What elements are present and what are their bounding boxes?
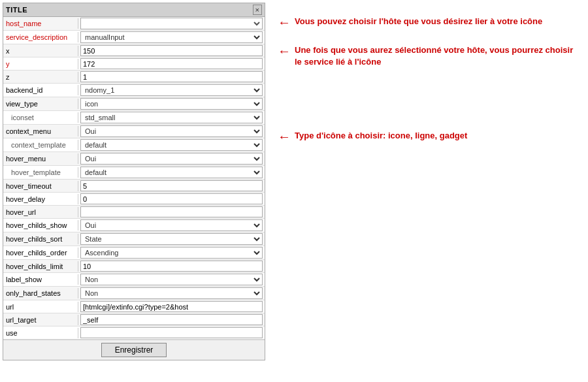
row-label: context_menu (3, 126, 78, 136)
row-select-host_name[interactable] (80, 18, 263, 29)
row-input-hover_timeout[interactable] (80, 180, 263, 191)
table-row: service_descriptionmanualInput (3, 31, 265, 44)
table-row: context_templatedefault (3, 138, 265, 152)
row-input-url[interactable] (80, 301, 263, 312)
table-row: hover_childs_limit (3, 260, 265, 273)
table-row: hover_menuOui (3, 152, 265, 166)
row-label: iconset (3, 112, 78, 123)
row-label: view_type (3, 99, 78, 109)
row-label: label_show (3, 274, 78, 285)
table-header: TITLE × (3, 3, 265, 17)
row-select-only_hard_states[interactable]: Non (80, 287, 263, 299)
row-label: service_description (3, 32, 78, 42)
row-select-label_show[interactable]: Non (80, 274, 263, 285)
arrow-icon-3: ← (278, 130, 291, 143)
close-button[interactable]: × (253, 5, 262, 15)
row-value-cell: std_small (78, 111, 265, 124)
row-select-hover_childs_show[interactable]: Oui (80, 219, 263, 231)
row-select-context_menu[interactable]: Oui (80, 125, 263, 137)
annotation-1: ← Vous pouvez choisir l'hôte que vous dé… (278, 16, 578, 29)
row-label: url (3, 302, 78, 312)
properties-table: TITLE × host_nameservice_descriptionmanu… (3, 3, 265, 360)
table-row: backend_idndomy_1 (3, 84, 265, 97)
table-row: host_name (3, 17, 265, 31)
submit-button[interactable]: Enregistrer (101, 343, 167, 357)
table-row: hover_timeout (3, 180, 265, 193)
row-input-use[interactable] (80, 327, 263, 338)
row-value-cell (78, 193, 265, 205)
submit-row: Enregistrer (3, 340, 265, 360)
annotation-3: ← Type d'icône à choisir: icone, ligne, … (278, 130, 578, 143)
table-row: iconsetstd_small (3, 111, 265, 125)
row-label: hover_childs_order (3, 247, 78, 258)
table-row: hover_url (3, 206, 265, 219)
row-value-cell (78, 313, 265, 326)
row-input-hover_childs_limit[interactable] (80, 261, 263, 272)
row-input-z[interactable] (80, 71, 263, 82)
row-select-iconset[interactable]: std_small (80, 112, 263, 123)
table-row: z (3, 71, 265, 84)
row-input-url_target[interactable] (80, 314, 263, 325)
row-label: host_name (3, 18, 78, 29)
row-select-hover_template[interactable]: default (80, 167, 263, 178)
table-row: view_typeicon (3, 97, 265, 111)
table-row: hover_templatedefault (3, 166, 265, 180)
row-value-cell: Ascending (78, 246, 265, 259)
row-select-service_description[interactable]: manualInput (80, 31, 263, 43)
row-select-hover_childs_sort[interactable]: State (80, 233, 263, 245)
row-label: hover_delay (3, 194, 78, 204)
row-value-cell (78, 326, 265, 339)
row-label: x (3, 46, 78, 56)
row-select-backend_id[interactable]: ndomy_1 (80, 84, 263, 96)
row-label: hover_template (3, 167, 78, 178)
table-row: hover_childs_showOui (3, 219, 265, 232)
table-row: hover_delay (3, 193, 265, 206)
row-label: hover_url (3, 207, 78, 217)
row-value-cell (78, 44, 265, 57)
row-value-cell: Non (78, 287, 265, 300)
row-select-view_type[interactable]: icon (80, 98, 263, 110)
row-input-hover_delay[interactable] (80, 193, 263, 204)
row-label: y (3, 59, 78, 69)
row-value-cell: manualInput (78, 31, 265, 44)
row-value-cell: default (78, 138, 265, 151)
row-label: backend_id (3, 85, 78, 95)
table-row: url_target (3, 313, 265, 326)
annotations-panel: ← Vous pouvez choisir l'hôte que vous dé… (268, 0, 588, 382)
row-label: url_target (3, 315, 78, 325)
row-select-hover_childs_order[interactable]: Ascending (80, 247, 263, 259)
row-value-cell: State (78, 232, 265, 246)
row-label: hover_timeout (3, 181, 78, 191)
table-row: hover_childs_sortState (3, 232, 265, 246)
row-value-cell (78, 260, 265, 272)
row-value-cell (78, 71, 265, 83)
row-select-hover_menu[interactable]: Oui (80, 153, 263, 165)
row-value-cell (78, 17, 265, 30)
row-input-y[interactable] (80, 58, 263, 69)
annotation-text-3: Type d'icône à choisir: icone, ligne, ga… (295, 130, 467, 142)
table-row: context_menuOui (3, 125, 265, 138)
row-label: context_template (3, 140, 78, 150)
table-row: label_showNon (3, 273, 265, 287)
table-row: url (3, 300, 265, 313)
annotation-text-1: Vous pouvez choisir l'hôte que vous dési… (295, 16, 542, 27)
row-label: hover_childs_show (3, 220, 78, 231)
arrow-icon-1: ← (278, 16, 291, 29)
row-value-cell (78, 300, 265, 313)
table-row: use (3, 326, 265, 340)
row-select-context_template[interactable]: default (80, 139, 263, 151)
row-value-cell: Non (78, 273, 265, 286)
row-value-cell (78, 180, 265, 192)
arrow-icon-2: ← (278, 44, 291, 57)
annotation-2: ← Une fois que vous aurez sélectionné vo… (278, 44, 578, 68)
row-input-hover_url[interactable] (80, 206, 263, 217)
table-row: hover_childs_orderAscending (3, 246, 265, 260)
annotation-text-2: Une fois que vous aurez sélectionné votr… (295, 44, 578, 68)
row-label: hover_childs_sort (3, 234, 78, 244)
row-label: hover_childs_limit (3, 261, 78, 272)
row-label: use (3, 328, 78, 338)
row-value-cell: Oui (78, 219, 265, 232)
row-value-cell (78, 57, 265, 70)
row-value-cell: default (78, 166, 265, 179)
row-input-x[interactable] (80, 45, 263, 56)
